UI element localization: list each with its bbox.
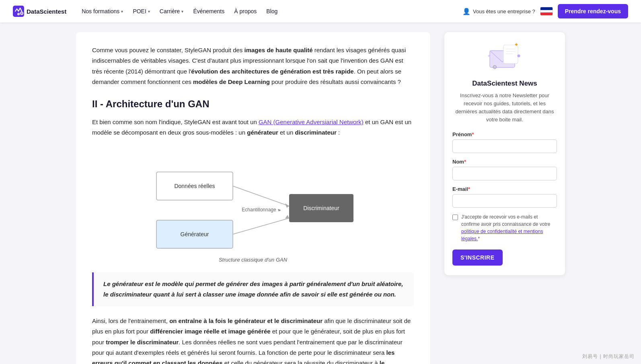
intro-paragraph: Comme vous pouvez le constater, StyleGAN… <box>92 45 414 87</box>
main-content: Comme vous pouvez le constater, StyleGAN… <box>76 32 430 364</box>
watermark: 刘易号 | 时尚玩家岳司 <box>582 353 635 360</box>
svg-text:Echantillonnage: Echantillonnage <box>242 207 276 213</box>
svg-text:Données réelles: Données réelles <box>174 183 215 189</box>
sidebar: ✦ ⚙ DataScientest News Inscrivez-vous à … <box>444 32 565 275</box>
diagram-caption: Structure classique d'un GAN <box>219 257 287 263</box>
logo[interactable]: DataScientest <box>13 6 66 17</box>
nav-item-poei[interactable]: POEI ▾ <box>129 6 154 17</box>
nav-item-formations[interactable]: Nos formations ▾ <box>78 6 127 17</box>
body-paragraph: Ainsi, lors de l'entrainement, on entraî… <box>92 316 414 364</box>
flag-blue <box>540 7 553 10</box>
nav-links: Nos formations ▾ POEI ▾ Carrière ▾ Événe… <box>78 6 462 17</box>
svg-text:✦: ✦ <box>514 42 519 48</box>
consent-checkbox[interactable] <box>452 215 458 220</box>
enterprise-label: Vous êtes une entreprise ? <box>473 8 535 14</box>
chevron-down-icon: ▾ <box>181 9 183 14</box>
chevron-down-icon: ▾ <box>121 9 123 14</box>
nav-item-blog[interactable]: Blog <box>262 6 281 17</box>
svg-text:⚙: ⚙ <box>492 64 497 70</box>
newsletter-title: DataScientest News <box>452 80 557 88</box>
email-input[interactable] <box>452 194 557 208</box>
section-title: II - Architecture d'un GAN <box>92 98 414 110</box>
navbar-right: 👤 Vous êtes une entreprise ? Prendre ren… <box>462 4 628 18</box>
section-intro: Et bien comme son nom l'indique, StyleGA… <box>92 117 414 138</box>
enterprise-icon: 👤 <box>462 8 470 15</box>
prenom-label: Prénom* <box>452 131 557 137</box>
svg-point-1 <box>21 12 23 15</box>
consent-row: J'accepte de recevoir vos e-mails et con… <box>452 213 557 242</box>
svg-point-2 <box>18 13 20 15</box>
newsletter-icon-wrap: ✦ ⚙ <box>452 42 557 74</box>
chevron-down-icon: ▾ <box>148 9 150 14</box>
svg-line-7 <box>233 186 289 206</box>
svg-point-22 <box>518 55 520 57</box>
nav-item-apropos[interactable]: À propos <box>230 6 261 17</box>
privacy-link[interactable]: politique de confidentialité et mentions… <box>461 229 543 241</box>
quote-block: Le générateur est le modèle qui permet d… <box>92 272 414 307</box>
nav-item-evenements[interactable]: Événements <box>189 6 228 17</box>
cta-button[interactable]: Prendre rendez-vous <box>558 4 628 18</box>
email-label: E-mail* <box>452 186 557 192</box>
enterprise-link[interactable]: 👤 Vous êtes une entreprise ? <box>462 8 535 15</box>
svg-marker-12 <box>278 209 281 211</box>
logo-text: DataScientest <box>27 8 66 15</box>
diagram-svg: Données réelles Générateur Echantillonna… <box>144 148 362 254</box>
navbar: DataScientest Nos formations ▾ POEI ▾ Ca… <box>0 0 641 22</box>
newsletter-desc: Inscrivez-vous à notre Newsletter pour r… <box>452 92 557 124</box>
logo-icon <box>13 6 24 17</box>
consent-label: J'accepte de recevoir vos e-mails et con… <box>461 213 557 242</box>
svg-text:Discriminateur: Discriminateur <box>303 205 339 211</box>
nom-label: Nom* <box>452 159 557 165</box>
nav-item-carriere[interactable]: Carrière ▾ <box>156 6 188 17</box>
svg-marker-10 <box>285 215 289 219</box>
page-wrapper: Comme vous pouvez le constater, StyleGAN… <box>63 22 578 364</box>
subscribe-button[interactable]: S'INSCRIRE <box>452 249 503 266</box>
flag-white <box>540 10 553 13</box>
nom-input[interactable] <box>452 167 557 180</box>
diagram-container: Données réelles Générateur Echantillonna… <box>92 148 414 263</box>
newsletter-card: ✦ ⚙ DataScientest News Inscrivez-vous à … <box>444 32 565 275</box>
flag-red <box>540 12 553 15</box>
newsletter-illustration: ✦ ⚙ <box>487 42 523 74</box>
svg-marker-8 <box>285 203 289 208</box>
svg-line-9 <box>233 218 289 234</box>
svg-point-23 <box>488 55 490 57</box>
gan-link[interactable]: GAN (Generative Adversiarial Network) <box>259 119 364 125</box>
svg-text:Générateur: Générateur <box>181 231 209 237</box>
france-flag[interactable] <box>540 7 553 16</box>
prenom-input[interactable] <box>452 139 557 153</box>
